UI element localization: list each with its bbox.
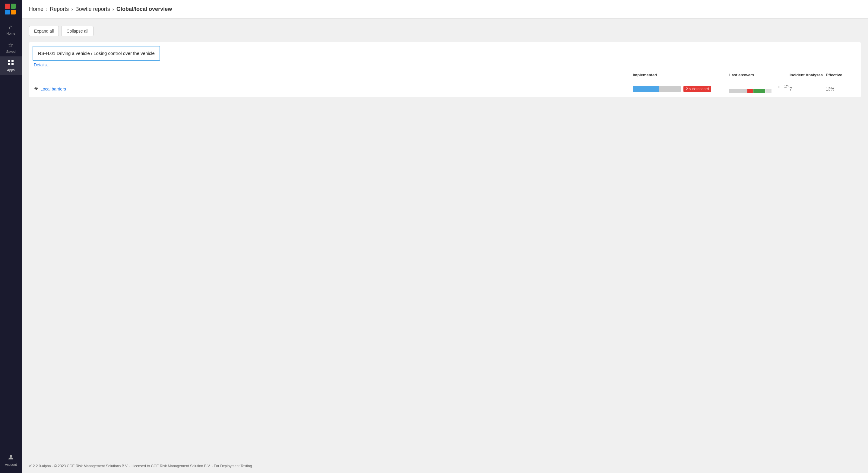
local-barriers-cell[interactable]: Local barriers (34, 86, 633, 92)
svg-rect-0 (8, 60, 10, 62)
svg-rect-2 (8, 63, 10, 65)
breadcrumb-sep-1: › (46, 7, 48, 12)
sidebar: ⌂ Home ☆ Saved Apps Account (0, 0, 22, 473)
svg-rect-6 (35, 87, 37, 88)
account-icon (8, 454, 14, 462)
footer-text: v12.2.0-alpha - © 2023 CGE Risk Manageme… (29, 464, 252, 468)
col-incident-analyses: Incident Analyses (789, 73, 826, 78)
breadcrumb-home[interactable]: Home (29, 6, 43, 12)
risk-title[interactable]: RS-H.01 Driving a vehicle / Losing contr… (33, 46, 160, 61)
progress-bar-filled (633, 86, 659, 92)
svg-rect-1 (11, 60, 13, 62)
col-effective: Effective (826, 73, 856, 78)
table-header: Implemented Last answers Incident Analys… (29, 70, 861, 81)
sidebar-item-home-label: Home (6, 32, 15, 35)
expand-all-button[interactable]: Expand all (29, 26, 59, 36)
sidebar-item-account-label: Account (5, 463, 17, 466)
last-answers-cell: n = 174 (729, 85, 789, 93)
col-last-answers: Last answers (729, 73, 789, 78)
progress-bar-empty (659, 86, 681, 92)
footer: v12.2.0-alpha - © 2023 CGE Risk Manageme… (22, 459, 868, 473)
breadcrumb-reports[interactable]: Reports (50, 6, 69, 12)
ans-gray (729, 89, 747, 93)
breadcrumb: Home › Reports › Bowtie reports › Global… (22, 0, 868, 19)
barrier-icon (34, 86, 39, 92)
breadcrumb-bowtie[interactable]: Bowtie reports (75, 6, 110, 12)
breadcrumb-sep-3: › (113, 7, 114, 12)
answers-bar (729, 89, 772, 93)
incident-analyses-value: 7 (789, 87, 826, 91)
details-link[interactable]: Details… (29, 61, 861, 70)
collapse-all-button[interactable]: Collapse all (61, 26, 93, 36)
implemented-cell: 2 substandard (633, 86, 729, 92)
sidebar-item-account[interactable]: Account (5, 451, 17, 469)
main-content: Home › Reports › Bowtie reports › Global… (22, 0, 868, 473)
home-icon: ⌂ (9, 24, 13, 30)
effective-value: 13% (826, 87, 856, 91)
breadcrumb-sep-2: › (71, 7, 73, 12)
col-implemented: Implemented (633, 73, 729, 78)
sidebar-item-saved-label: Saved (6, 50, 16, 53)
local-barriers-label: Local barriers (40, 87, 66, 91)
app-logo[interactable] (5, 4, 17, 16)
ans-green (753, 89, 765, 93)
ans-light (766, 89, 772, 93)
substandard-badge: 2 substandard (683, 86, 711, 92)
sidebar-item-saved[interactable]: ☆ Saved (0, 38, 22, 56)
ans-red (747, 89, 753, 93)
svg-rect-3 (11, 63, 13, 65)
answers-count: n = 174 (729, 85, 789, 88)
sidebar-item-apps[interactable]: Apps (0, 56, 22, 75)
svg-rect-7 (36, 89, 37, 90)
risk-card: RS-H.01 Driving a vehicle / Losing contr… (29, 42, 861, 97)
svg-point-4 (10, 455, 12, 457)
progress-bar (633, 86, 681, 92)
col-name (34, 73, 633, 78)
sidebar-item-apps-label: Apps (7, 68, 14, 72)
apps-icon (8, 59, 14, 67)
breadcrumb-current: Global/local overview (116, 6, 172, 12)
table-row: Local barriers 2 substandard n = 174 (29, 81, 861, 97)
sidebar-item-home[interactable]: ⌂ Home (0, 21, 22, 38)
star-icon: ☆ (8, 41, 13, 49)
page-content: Expand all Collapse all RS-H.01 Driving … (22, 19, 868, 459)
toolbar: Expand all Collapse all (29, 26, 861, 36)
